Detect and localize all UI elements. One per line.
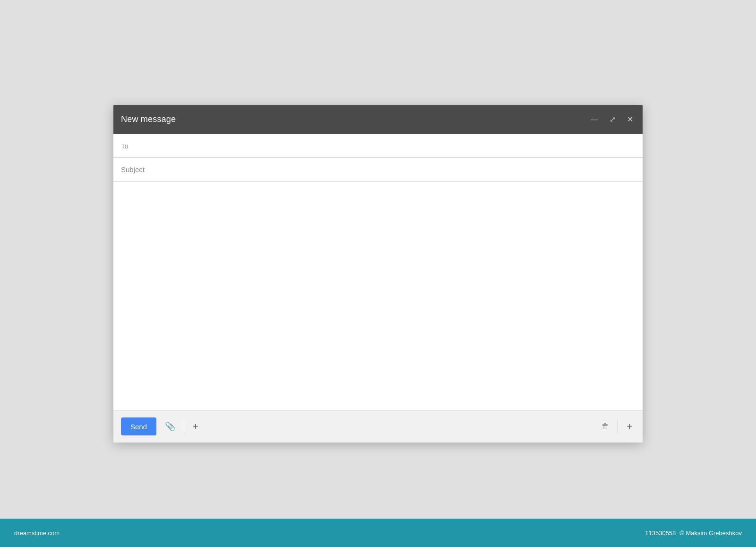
bottom-bar-right: 113530558 © Maksim Grebeshkov [645, 530, 742, 537]
close-button[interactable]: ✕ [625, 114, 635, 125]
bottom-bar: dreamstime.com 113530558 © Maksim Grebes… [0, 519, 756, 547]
compose-window: New message — ⤢ ✕ To Subject Send 📎 [113, 105, 643, 443]
toolbar-divider-left [184, 420, 184, 433]
title-bar: New message — ⤢ ✕ [113, 105, 643, 134]
to-field-row: To [113, 134, 643, 158]
more-options-button[interactable]: + [190, 419, 201, 434]
more-right-button[interactable]: + [624, 419, 635, 434]
bottom-bar-left: dreamstime.com [14, 530, 60, 537]
to-input[interactable] [145, 142, 635, 150]
to-label: To [121, 142, 145, 150]
attach-icon: 📎 [165, 421, 175, 432]
subject-label: Subject [121, 165, 145, 174]
send-button[interactable]: Send [121, 417, 156, 435]
title-bar-controls: — ⤢ ✕ [589, 114, 635, 125]
copyright: © Maksim Grebeshkov [679, 530, 742, 537]
subject-input[interactable] [145, 165, 635, 174]
compose-toolbar: Send 📎 + 🗑 + [113, 410, 643, 443]
toolbar-divider-right [618, 420, 618, 433]
body-area [113, 182, 643, 410]
minimize-button[interactable]: — [589, 114, 600, 125]
body-textarea[interactable] [113, 182, 643, 408]
toolbar-left: Send 📎 + [121, 417, 201, 435]
delete-button[interactable]: 🗑 [599, 420, 612, 433]
dreamstime-logo: dreamstime.com [14, 530, 60, 537]
toolbar-right: 🗑 + [599, 419, 635, 434]
compose-title: New message [121, 114, 176, 124]
subject-field-row: Subject [113, 158, 643, 182]
image-id: 113530558 [645, 530, 676, 537]
attach-button[interactable]: 📎 [162, 419, 178, 434]
trash-icon: 🗑 [601, 422, 609, 431]
fields-area: To Subject [113, 134, 643, 182]
expand-button[interactable]: ⤢ [608, 114, 618, 125]
